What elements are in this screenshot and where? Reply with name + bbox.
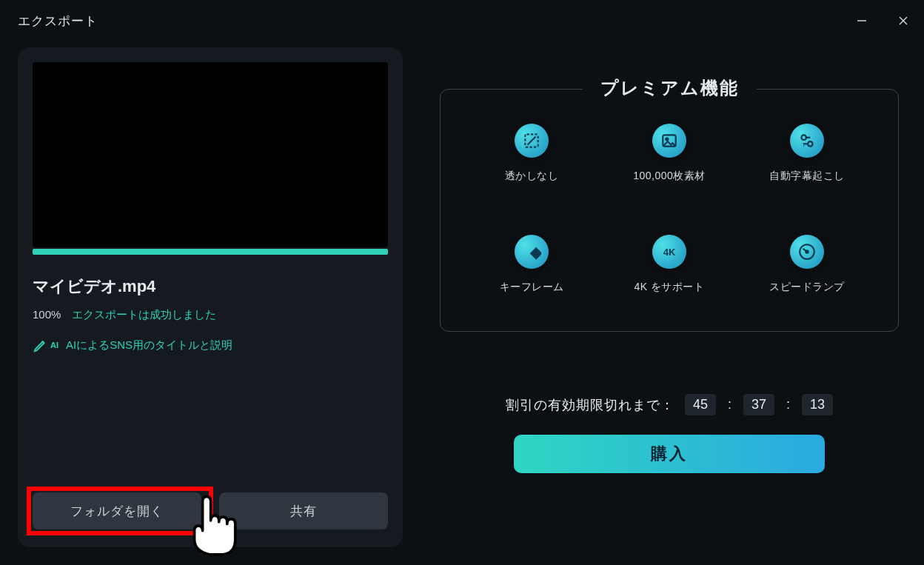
svg-point-12 bbox=[806, 250, 808, 253]
countdown-label: 割引の有効期限切れまで： bbox=[506, 396, 674, 414]
countdown-minutes: 37 bbox=[743, 394, 774, 415]
video-preview bbox=[33, 62, 388, 247]
open-folder-button[interactable]: フォルダを開く bbox=[33, 492, 201, 529]
minimize-button[interactable] bbox=[853, 12, 871, 30]
export-filename: マイビデオ.mp4 bbox=[33, 275, 388, 298]
image-icon bbox=[652, 124, 686, 158]
export-status: 100% エクスポートは成功しました bbox=[33, 308, 388, 322]
gauge-icon bbox=[790, 235, 824, 269]
keyframe-icon bbox=[515, 235, 549, 269]
progress-bar bbox=[33, 249, 388, 255]
feature-label: 自動字幕起こし bbox=[769, 170, 845, 183]
feature-keyframe: キーフレーム bbox=[470, 235, 593, 294]
feature-label: キーフレーム bbox=[500, 281, 564, 294]
share-button[interactable]: 共有 bbox=[219, 492, 388, 529]
feature-speed-ramp: スピードランプ bbox=[746, 235, 868, 294]
svg-point-6 bbox=[666, 138, 668, 140]
ai-sns-titles-link[interactable]: AI AIによるSNS用のタイトルと説明 bbox=[33, 337, 388, 353]
ai-link-label: AIによるSNS用のタイトルと説明 bbox=[66, 338, 232, 352]
status-message: エクスポートは成功しました bbox=[72, 308, 216, 321]
progress-percent: 100% bbox=[33, 308, 61, 321]
feature-label: 透かしなし bbox=[505, 170, 559, 183]
premium-panel: プレミアム機能 透かしなし 100,000枚素材 T bbox=[440, 89, 899, 332]
countdown: 割引の有効期限切れまで： 45 : 37 : 13 bbox=[506, 394, 833, 415]
window-title: エクスポート bbox=[18, 13, 98, 30]
svg-point-7 bbox=[801, 135, 806, 140]
svg-line-4 bbox=[528, 137, 536, 145]
feature-stock-media: 100,000枚素材 bbox=[608, 124, 731, 183]
svg-point-8 bbox=[808, 141, 813, 147]
feature-4k: 4K 4K をサポート bbox=[608, 235, 731, 294]
feature-label: 100,000枚素材 bbox=[633, 170, 706, 183]
no-watermark-icon bbox=[515, 124, 549, 158]
close-button[interactable] bbox=[894, 12, 912, 30]
premium-title: プレミアム機能 bbox=[583, 76, 757, 100]
feature-label: 4K をサポート bbox=[634, 281, 704, 294]
svg-text:T: T bbox=[803, 142, 806, 147]
countdown-seconds: 13 bbox=[802, 394, 833, 415]
feature-no-watermark: 透かしなし bbox=[470, 124, 593, 183]
subtitle-icon: T bbox=[790, 124, 824, 158]
feature-label: スピードランプ bbox=[769, 281, 845, 294]
4k-icon: 4K bbox=[652, 235, 686, 269]
countdown-hours: 45 bbox=[685, 394, 716, 415]
buy-button[interactable]: 購入 bbox=[514, 435, 825, 473]
feature-auto-subtitle: T 自動字幕起こし bbox=[746, 124, 868, 183]
pencil-ai-icon: AI bbox=[33, 337, 58, 353]
svg-rect-10 bbox=[530, 247, 541, 260]
